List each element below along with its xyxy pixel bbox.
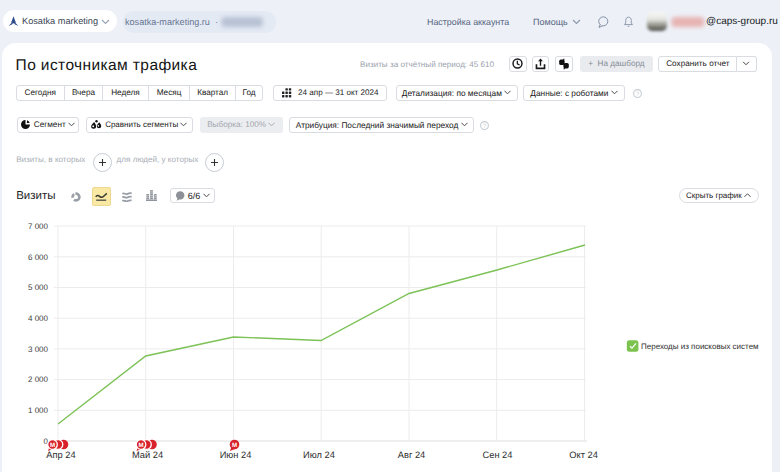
svg-text:Май 24: Май 24 [132, 450, 163, 460]
svg-text:3 000: 3 000 [28, 345, 49, 354]
svg-text:М: М [50, 442, 55, 449]
svg-text:Окт 24: Окт 24 [569, 450, 598, 460]
svg-text:М: М [138, 442, 143, 449]
svg-text:5 000: 5 000 [28, 283, 49, 292]
svg-text:Переходы из поисковых систем: Переходы из поисковых систем [641, 342, 759, 351]
svg-text:Июл 24: Июл 24 [303, 450, 335, 460]
svg-text:Сен 24: Сен 24 [483, 450, 513, 460]
svg-text:?: ? [636, 89, 640, 97]
svg-text:4 000: 4 000 [28, 314, 49, 323]
svg-text:7 000: 7 000 [28, 222, 49, 231]
svg-text:?: ? [483, 122, 487, 130]
svg-text:Авг 24: Авг 24 [398, 450, 425, 460]
svg-text:1 000: 1 000 [28, 406, 49, 415]
svg-text:6 000: 6 000 [28, 253, 49, 262]
svg-text:Апр 24: Апр 24 [46, 450, 75, 460]
svg-text:М: М [232, 442, 237, 449]
svg-text:Июн 24: Июн 24 [220, 450, 252, 460]
svg-text:2 000: 2 000 [28, 375, 49, 384]
